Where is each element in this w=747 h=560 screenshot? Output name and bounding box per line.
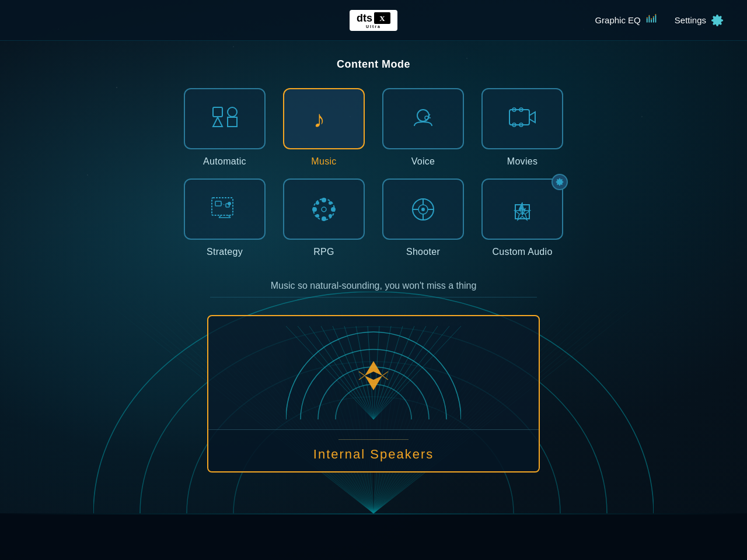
svg-rect-2 (647, 18, 648, 22)
svg-marker-14 (213, 117, 222, 127)
settings-icon (711, 14, 724, 27)
mode-automatic[interactable]: Automatic (184, 88, 266, 167)
movies-icon (505, 102, 540, 136)
mode-strategy-box[interactable] (184, 178, 266, 240)
svg-text:♪: ♪ (313, 106, 325, 132)
mode-custom-audio-label: Custom Audio (492, 247, 552, 257)
mode-movies-box[interactable] (481, 88, 563, 149)
svg-rect-8 (648, 15, 650, 16)
settings-button[interactable]: Settings (669, 10, 729, 30)
speaker-section: Internal Speakers (0, 298, 747, 473)
mode-custom-audio[interactable]: ★ Custom Audio (481, 178, 563, 257)
dts-text: dts (357, 12, 372, 24)
svg-rect-7 (647, 17, 648, 18)
mode-music[interactable]: ♪ Music (283, 88, 365, 167)
mode-shooter[interactable]: Shooter (382, 178, 464, 257)
main-content: Content Mode Automatic ♪ Music (0, 41, 747, 473)
svg-point-36 (322, 217, 326, 220)
svg-rect-10 (653, 16, 654, 17)
bottom-bar-line (0, 513, 747, 514)
svg-rect-9 (651, 18, 652, 19)
svg-point-13 (228, 107, 237, 117)
svg-line-137 (359, 372, 365, 376)
logo-container: dts X Ultra (350, 10, 397, 31)
svg-point-50 (422, 208, 424, 211)
mode-shooter-label: Shooter (406, 247, 440, 257)
svg-rect-4 (651, 19, 652, 23)
bottom-bar (0, 513, 747, 560)
svg-marker-15 (228, 117, 237, 127)
automatic-icon (207, 102, 242, 136)
svg-point-35 (322, 198, 326, 202)
speaker-label-bar: Internal Speakers (208, 429, 539, 471)
svg-point-43 (322, 207, 326, 212)
mode-rpg-box[interactable] (283, 178, 365, 240)
svg-rect-6 (655, 15, 656, 22)
svg-rect-3 (648, 16, 650, 22)
svg-point-37 (313, 208, 316, 211)
svg-point-39 (316, 202, 319, 204)
settings-label: Settings (675, 15, 706, 25)
mode-movies[interactable]: Movies (481, 88, 563, 167)
speaker-name-label: Internal Speakers (313, 447, 434, 461)
svg-point-42 (329, 215, 331, 217)
dts-x-logo-mark: X (374, 12, 390, 24)
svg-text:X: X (379, 14, 385, 23)
custom-audio-settings-badge (551, 174, 568, 190)
mode-grid: Automatic ♪ Music Voice (184, 88, 563, 257)
mode-automatic-label: Automatic (203, 156, 246, 167)
svg-rect-12 (213, 107, 222, 117)
mode-automatic-box[interactable] (184, 88, 266, 149)
custom-audio-icon: ★ (505, 192, 540, 227)
mode-rpg-label: RPG (313, 247, 334, 257)
mode-strategy-label: Strategy (207, 247, 243, 257)
mode-shooter-box[interactable] (382, 178, 464, 240)
mode-custom-audio-box[interactable]: ★ (481, 178, 563, 240)
header-controls: Graphic EQ Settings (589, 10, 729, 30)
music-icon: ♪ (306, 102, 341, 136)
svg-line-139 (359, 376, 365, 380)
header: dts X Ultra Graphic EQ (0, 0, 747, 41)
svg-point-38 (331, 208, 335, 211)
mode-voice-box[interactable] (382, 88, 464, 149)
svg-rect-11 (655, 14, 656, 15)
mode-description: Music so natural-sounding, you won't mis… (271, 281, 477, 291)
mode-voice-label: Voice (411, 156, 435, 167)
mode-voice[interactable]: Voice (382, 88, 464, 167)
svg-rect-27 (215, 201, 221, 206)
dts-ultra-text: Ultra (366, 24, 381, 29)
mode-strategy[interactable]: Strategy (184, 178, 266, 257)
mode-music-box[interactable]: ♪ (283, 88, 365, 149)
svg-rect-5 (653, 17, 654, 22)
svg-line-140 (382, 376, 388, 380)
svg-marker-136 (365, 376, 382, 390)
strategy-icon (207, 192, 242, 227)
svg-line-138 (382, 372, 388, 376)
settings-badge-icon (556, 178, 564, 186)
content-mode-title: Content Mode (337, 58, 410, 71)
graphic-eq-label: Graphic EQ (595, 15, 640, 25)
graphic-eq-button[interactable]: Graphic EQ (589, 10, 664, 30)
speaker-visualization-svg (286, 326, 461, 419)
shooter-icon (406, 192, 441, 227)
speaker-bar-divider (338, 439, 409, 440)
mode-rpg[interactable]: RPG (283, 178, 365, 257)
speaker-icon-area (208, 316, 539, 429)
svg-point-30 (228, 202, 231, 205)
graphic-eq-icon (645, 14, 658, 27)
rpg-icon (306, 192, 341, 227)
dts-logo: dts X Ultra (350, 10, 397, 31)
svg-rect-21 (509, 110, 529, 125)
speaker-card[interactable]: Internal Speakers (207, 315, 540, 473)
svg-line-29 (221, 204, 226, 205)
mode-movies-label: Movies (507, 156, 537, 167)
svg-point-41 (316, 215, 319, 217)
mode-custom-audio-wrapper: ★ (481, 178, 563, 240)
svg-point-40 (329, 202, 331, 204)
svg-marker-135 (365, 361, 382, 376)
voice-icon (406, 102, 441, 136)
mode-music-label: Music (311, 156, 336, 167)
